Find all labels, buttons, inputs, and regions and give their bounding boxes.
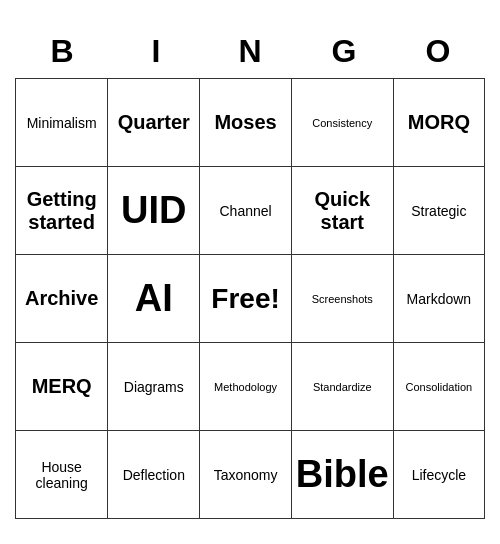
cell-r1-c4: Strategic [393,167,484,255]
cell-r4-c1: Deflection [108,431,200,519]
header-g: G [297,25,391,78]
cell-r1-c0: Getting started [16,167,108,255]
cell-r2-c0: Archive [16,255,108,343]
cell-r3-c0: MERQ [16,343,108,431]
cell-r2-c2: Free! [200,255,292,343]
cell-r3-c4: Consolidation [393,343,484,431]
cell-r0-c2: Moses [200,79,292,167]
cell-r4-c0: House cleaning [16,431,108,519]
cell-r0-c1: Quarter [108,79,200,167]
cell-r0-c3: Consistency [291,79,393,167]
cell-r1-c2: Channel [200,167,292,255]
bingo-grid: MinimalismQuarterMosesConsistencyMORQGet… [15,78,485,519]
cell-r3-c2: Methodology [200,343,292,431]
header-i: I [109,25,203,78]
cell-r0-c0: Minimalism [16,79,108,167]
cell-r3-c1: Diagrams [108,343,200,431]
cell-r4-c2: Taxonomy [200,431,292,519]
cell-r3-c3: Standardize [291,343,393,431]
cell-r0-c4: MORQ [393,79,484,167]
header-b: B [15,25,109,78]
cell-r1-c1: UID [108,167,200,255]
bingo-header: B I N G O [15,25,485,78]
cell-r1-c3: Quick start [291,167,393,255]
cell-r2-c3: Screenshots [291,255,393,343]
cell-r2-c4: Markdown [393,255,484,343]
header-n: N [203,25,297,78]
cell-r4-c4: Lifecycle [393,431,484,519]
cell-r2-c1: AI [108,255,200,343]
header-o: O [391,25,485,78]
cell-r4-c3: Bible [291,431,393,519]
